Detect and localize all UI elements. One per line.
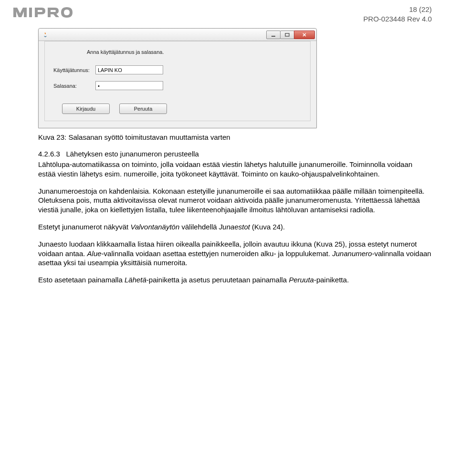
prompt-text: Anna käyttäjätunnus ja salasana. xyxy=(53,48,302,65)
paragraph-5: Esto asetetaan painamalla Lähetä-painike… xyxy=(38,275,432,285)
section-title: Lähetyksen esto junanumeron perusteella xyxy=(66,150,199,158)
username-row: Käyttäjätunnus: xyxy=(53,65,302,74)
page-header: 18 (22) PRO-023448 Rev 4.0 xyxy=(0,0,458,26)
section-heading: 4.2.6.3 Lähetyksen esto junanumeron peru… xyxy=(38,150,432,158)
svg-rect-2 xyxy=(285,33,289,36)
login-dialog-screenshot: Anna käyttäjätunnus ja salasana. Käyttäj… xyxy=(38,28,317,128)
window-titlebar xyxy=(39,29,316,41)
login-button[interactable]: Kirjaudu xyxy=(62,103,110,114)
paragraph-3: Estetyt junanumerot näkyvät Valvontanäyt… xyxy=(38,222,432,232)
password-row: Salasana: xyxy=(53,81,302,90)
window-buttons xyxy=(267,31,315,39)
svg-rect-1 xyxy=(271,36,275,37)
username-label: Käyttäjätunnus: xyxy=(53,67,95,73)
minimize-button[interactable] xyxy=(266,31,281,39)
section-number: 4.2.6.3 xyxy=(38,150,60,158)
header-meta: 18 (22) PRO-023448 Rev 4.0 xyxy=(364,5,432,23)
password-input[interactable] xyxy=(95,81,163,90)
inner-panel: Anna käyttäjätunnus ja salasana. Käyttäj… xyxy=(44,41,311,121)
paragraph-2: Junanumeroestoja on kahdenlaisia. Kokona… xyxy=(38,186,432,215)
maximize-button[interactable] xyxy=(280,31,294,39)
username-input[interactable] xyxy=(95,65,163,74)
doc-id: PRO-023448 Rev 4.0 xyxy=(364,14,432,24)
dialog-button-row: Kirjaudu Peruuta xyxy=(53,97,302,114)
logo xyxy=(13,5,74,19)
close-button[interactable] xyxy=(294,31,315,39)
svg-rect-0 xyxy=(29,8,32,17)
page-indicator: 18 (22) xyxy=(364,5,432,14)
dialog-body: Anna käyttäjätunnus ja salasana. Käyttäj… xyxy=(39,41,316,128)
cancel-button[interactable]: Peruuta xyxy=(119,103,167,114)
java-icon xyxy=(42,31,49,39)
main-content: Anna käyttäjätunnus ja salasana. Käyttäj… xyxy=(0,26,458,285)
password-label: Salasana: xyxy=(53,83,95,89)
paragraph-1: Lähtölupa-automatiikassa on toiminto, jo… xyxy=(38,160,432,179)
figure-caption: Kuva 23: Salasanan syöttö toimitustavan … xyxy=(38,133,432,141)
paragraph-4: Junaesto luodaan klikkaamalla listaa hii… xyxy=(38,239,432,268)
